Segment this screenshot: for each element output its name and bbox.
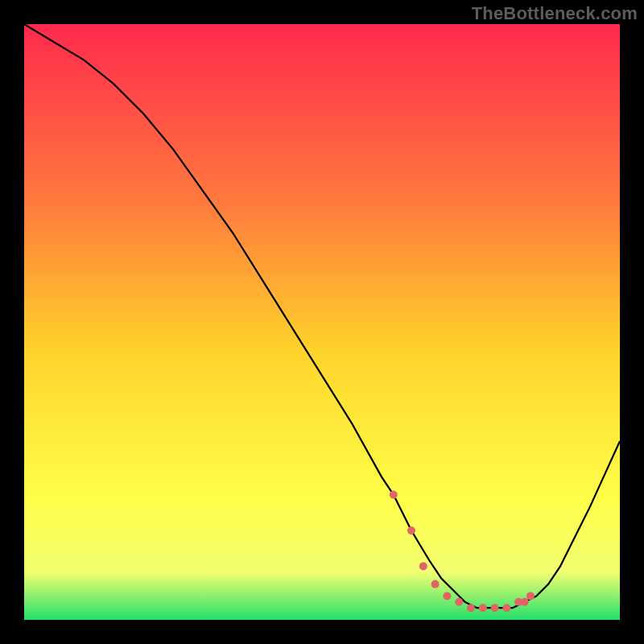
valley-marker bbox=[419, 562, 427, 570]
valley-marker bbox=[407, 526, 415, 535]
valley-marker bbox=[521, 598, 529, 606]
valley-marker bbox=[491, 604, 499, 612]
valley-marker bbox=[431, 580, 440, 588]
valley-marker bbox=[467, 604, 475, 612]
valley-marker bbox=[390, 491, 398, 499]
chart-stage: TheBottleneck.com bbox=[0, 0, 644, 644]
watermark-text: TheBottleneck.com bbox=[472, 3, 638, 24]
plot-background bbox=[24, 24, 620, 620]
valley-marker bbox=[443, 592, 451, 600]
valley-marker bbox=[479, 604, 487, 612]
valley-marker bbox=[502, 604, 510, 612]
valley-marker bbox=[526, 592, 535, 600]
bottleneck-plot bbox=[0, 0, 644, 644]
valley-marker bbox=[455, 598, 463, 606]
